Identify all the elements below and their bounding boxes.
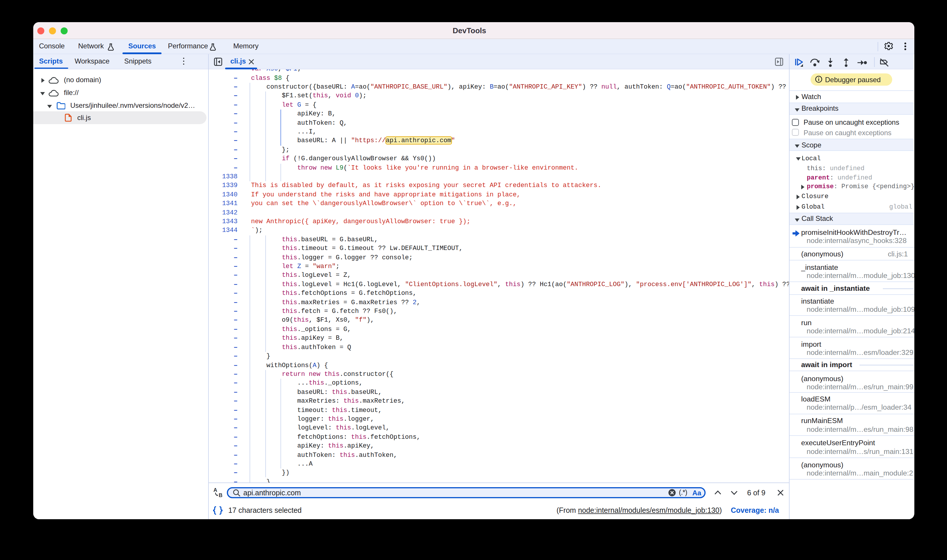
svg-text:A: A [213, 487, 217, 493]
svg-text:B: B [219, 492, 222, 498]
